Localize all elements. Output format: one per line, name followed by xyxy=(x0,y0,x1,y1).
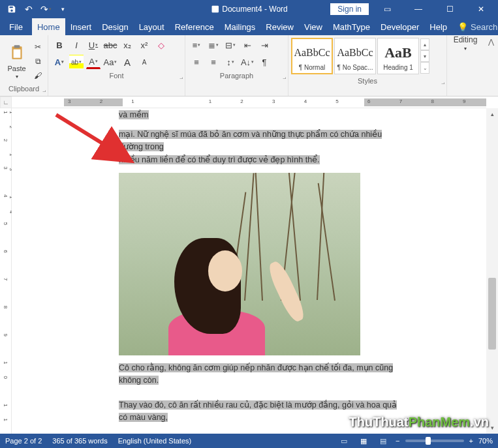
numbering-icon[interactable]: ≣ xyxy=(206,38,221,52)
show-marks-icon[interactable]: ¶ xyxy=(257,55,272,69)
signin-button[interactable]: Sign in xyxy=(330,3,369,15)
zoom-in-icon[interactable]: + xyxy=(469,437,473,445)
tab-selector[interactable]: ∟ xyxy=(0,97,12,108)
shrink-font-button[interactable]: A xyxy=(137,55,151,69)
minimize-icon[interactable]: — xyxy=(405,0,431,18)
line-spacing-icon[interactable]: ↕ xyxy=(223,55,238,69)
scroll-up-icon[interactable]: ▴ xyxy=(486,108,498,120)
status-bar: Page 2 of 2 365 of 365 words English (Un… xyxy=(0,434,498,448)
format-painter-icon[interactable]: 🖌 xyxy=(32,70,44,82)
style-heading1[interactable]: AaB Heading 1 xyxy=(377,38,419,74)
status-page[interactable]: Page 2 of 2 xyxy=(5,437,42,445)
collapse-ribbon-icon[interactable]: ⋀ xyxy=(484,35,498,96)
styles-scroll[interactable]: ▴ ▾ ⌄ xyxy=(420,38,429,74)
align-left-icon[interactable]: ≡ xyxy=(189,55,204,69)
ribbon-tabs: File Home Insert Design Layout Reference… xyxy=(0,18,498,35)
tab-view[interactable]: View xyxy=(299,18,328,35)
copy-icon[interactable]: ⧉ xyxy=(32,55,44,67)
document-image[interactable] xyxy=(119,173,360,355)
bullets-icon[interactable]: ≡ xyxy=(189,38,204,52)
quick-access-toolbar: ↶ ↷ ▾ xyxy=(0,1,70,17)
align-center-icon[interactable]: ≡ xyxy=(206,55,221,69)
strike-button[interactable]: abc xyxy=(103,38,117,52)
document-canvas[interactable]: Cô tiết lộ vì tính chất công việc thường… xyxy=(12,108,486,434)
tab-references[interactable]: Reference xyxy=(170,18,219,35)
group-paragraph: ≡ ≣ ⊟ ⇤ ⇥ ≡ ≡ ↕ A↓ ¶ Paragraph xyxy=(185,35,288,96)
redo-icon[interactable]: ↷ xyxy=(38,1,54,17)
group-editing: Editing ▾ . xyxy=(447,35,484,96)
paragraph-3: Cô cho rằng, không ăn cơm giúp nếp nhăn … xyxy=(119,362,406,387)
scroll-thumb[interactable] xyxy=(488,278,496,350)
group-styles: AaBbCc ¶ Normal AaBbCc ¶ No Spac... AaB … xyxy=(288,35,447,96)
group-label-font: Font xyxy=(48,72,185,83)
tab-home[interactable]: Home xyxy=(32,18,65,35)
underline-button[interactable]: U xyxy=(86,38,101,52)
highlight-button[interactable]: ab xyxy=(69,55,84,69)
style-nospacing[interactable]: AaBbCc ¶ No Spac... xyxy=(334,38,376,74)
paragraph-4: Thay vào đó, cô ăn rất nhiều rau củ, đặc… xyxy=(119,399,406,425)
status-lang[interactable]: English (United States) xyxy=(118,437,192,445)
qat-customize-icon[interactable]: ▾ xyxy=(55,1,70,17)
bold-button[interactable]: B xyxy=(52,38,67,52)
svg-rect-2 xyxy=(14,45,20,48)
paragraph-1: Cô tiết lộ vì tính chất công việc thường… xyxy=(119,108,406,122)
tab-layout[interactable]: Layout xyxy=(134,18,170,35)
style-normal[interactable]: AaBbCc ¶ Normal xyxy=(291,38,333,74)
page: Cô tiết lộ vì tính chất công việc thường… xyxy=(60,108,426,430)
grow-font-button[interactable]: A xyxy=(120,55,134,69)
group-label-paragraph: Paragraph xyxy=(185,72,288,83)
svg-rect-3 xyxy=(13,49,20,57)
tab-mailings[interactable]: Mailings xyxy=(219,18,261,35)
group-font: B I U abc x₂ x² ◇ A ab A Aa A A Font xyxy=(48,35,185,96)
close-icon[interactable]: ✕ xyxy=(468,0,494,18)
paste-button[interactable]: Paste ▾ xyxy=(4,41,29,80)
sort-icon[interactable]: A↓ xyxy=(240,55,255,69)
styles-more-icon[interactable]: ⌄ xyxy=(420,62,429,74)
editing-button[interactable]: Editing ▾ xyxy=(447,35,484,52)
tab-design[interactable]: Design xyxy=(97,18,133,35)
vertical-scrollbar[interactable]: ▴ ▾ xyxy=(486,108,498,434)
multilevel-icon[interactable]: ⊟ xyxy=(223,38,238,52)
word-icon xyxy=(210,5,219,14)
tab-developer[interactable]: Developer xyxy=(375,18,424,35)
group-label-styles: Styles xyxy=(288,77,446,88)
zoom-level[interactable]: 70% xyxy=(478,437,493,445)
zoom-out-icon[interactable]: − xyxy=(396,437,399,445)
tab-help[interactable]: Help xyxy=(424,18,452,35)
print-layout-icon[interactable]: ▦ xyxy=(356,435,371,447)
tab-mathtype[interactable]: MathType xyxy=(328,18,375,35)
italic-button[interactable]: I xyxy=(69,38,84,52)
ribbon-display-icon[interactable]: ▭ xyxy=(374,0,400,18)
tab-insert[interactable]: Insert xyxy=(65,18,97,35)
increase-indent-icon[interactable]: ⇥ xyxy=(257,38,272,52)
font-color-button[interactable]: A xyxy=(86,55,101,69)
vertical-ruler[interactable]: 1 2 3 4 5 6 7 8 9 10 11 12 13 14 xyxy=(0,108,12,434)
group-label-clipboard: Clipboard xyxy=(0,85,48,96)
styles-up-icon[interactable]: ▴ xyxy=(420,38,429,50)
undo-icon[interactable]: ↶ xyxy=(21,1,37,17)
cut-icon[interactable]: ✂ xyxy=(32,41,44,53)
status-words[interactable]: 365 of 365 words xyxy=(52,437,107,445)
decrease-indent-icon[interactable]: ⇤ xyxy=(240,38,255,52)
read-mode-icon[interactable]: ▭ xyxy=(337,435,351,447)
tab-file[interactable]: File xyxy=(0,18,32,35)
styles-down-icon[interactable]: ▾ xyxy=(420,50,429,62)
scroll-down-icon[interactable]: ▾ xyxy=(486,422,498,434)
text-effects-button[interactable]: A xyxy=(52,55,67,69)
window-title: Document4 - Word xyxy=(210,5,287,14)
save-icon[interactable] xyxy=(4,1,20,17)
change-case-button[interactable]: Aa xyxy=(103,55,117,69)
horizontal-ruler[interactable]: 3 2 1 1 2 3 4 5 6 7 8 9 10 11 12 13 14 1… xyxy=(12,97,486,108)
tab-review[interactable]: Review xyxy=(260,18,299,35)
svg-rect-0 xyxy=(211,6,219,13)
superscript-button[interactable]: x² xyxy=(137,38,151,52)
ribbon: Paste ▾ ✂ ⧉ 🖌 Clipboard B I U abc x₂ x² … xyxy=(0,35,498,97)
web-layout-icon[interactable]: ▤ xyxy=(376,435,390,447)
clear-format-icon[interactable]: ◇ xyxy=(154,38,168,52)
zoom-slider[interactable] xyxy=(405,440,464,442)
maximize-icon[interactable]: ☐ xyxy=(437,0,463,18)
paragraph-2: mại. Nữ nghệ sĩ múa đã bỏ ăn cơm và nhữn… xyxy=(119,128,406,166)
tell-me-search[interactable]: 💡Search xyxy=(452,18,498,35)
document-area: ∟ 3 2 1 1 2 3 4 5 6 7 8 9 10 11 12 13 14… xyxy=(0,97,498,434)
subscript-button[interactable]: x₂ xyxy=(120,38,134,52)
